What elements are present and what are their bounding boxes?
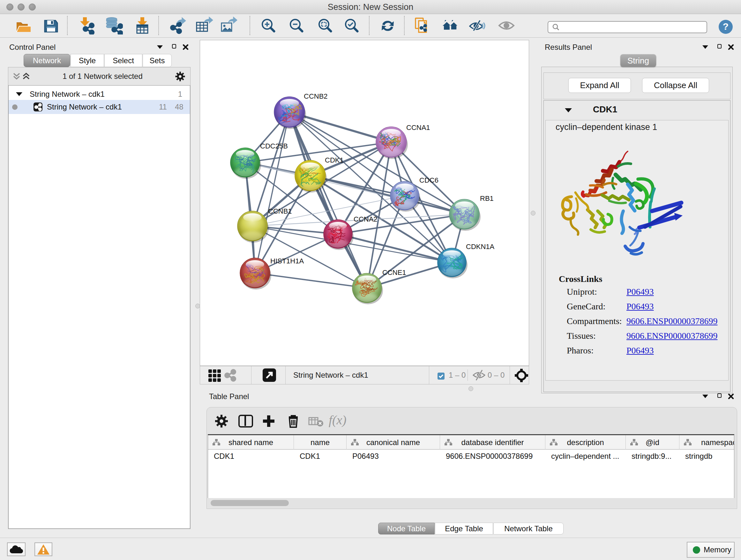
svg-text:?: ? [723, 21, 729, 32]
svg-text:CCNB1: CCNB1 [268, 207, 292, 215]
svg-text:CCNB2: CCNB2 [304, 92, 328, 100]
svg-text:RB1: RB1 [480, 194, 494, 202]
svg-text:CCNE1: CCNE1 [382, 268, 406, 276]
svg-text:CCNA1: CCNA1 [406, 124, 430, 132]
svg-text:HIST1H1A: HIST1H1A [270, 257, 304, 265]
svg-text:CDK1: CDK1 [325, 156, 344, 164]
svg-text:CDC6: CDC6 [419, 176, 439, 184]
svg-text:CCNA2: CCNA2 [354, 215, 378, 223]
svg-text:CDKN1A: CDKN1A [466, 243, 495, 251]
svg-text:CDC25B: CDC25B [260, 142, 288, 150]
